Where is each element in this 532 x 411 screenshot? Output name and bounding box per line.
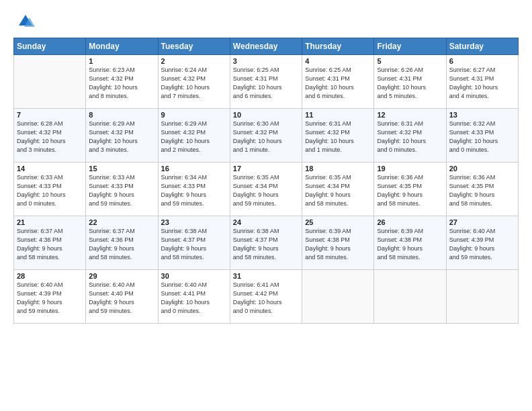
day-info: Sunrise: 6:31 AMSunset: 4:32 PMDaylight:…: [305, 120, 371, 154]
day-number: 3: [233, 57, 299, 65]
calendar-day-13: 13Sunrise: 6:32 AMSunset: 4:33 PMDayligh…: [446, 109, 518, 163]
page: SundayMondayTuesdayWednesdayThursdayFrid…: [0, 0, 532, 411]
calendar-day-25: 25Sunrise: 6:39 AMSunset: 4:38 PMDayligh…: [302, 216, 374, 270]
day-info: Sunrise: 6:38 AMSunset: 4:37 PMDaylight:…: [161, 227, 227, 262]
day-info: Sunrise: 6:35 AMSunset: 4:34 PMDaylight:…: [233, 173, 299, 208]
calendar-day-4: 4Sunrise: 6:25 AMSunset: 4:31 PMDaylight…: [302, 55, 374, 109]
calendar-week-row: 28Sunrise: 6:40 AMSunset: 4:39 PMDayligh…: [14, 270, 519, 324]
col-header-wednesday: Wednesday: [230, 38, 302, 55]
day-number: 28: [17, 272, 83, 280]
day-info: Sunrise: 6:36 AMSunset: 4:35 PMDaylight:…: [449, 173, 515, 208]
logo-icon: [16, 12, 35, 31]
day-number: 18: [305, 165, 371, 173]
col-header-thursday: Thursday: [302, 38, 374, 55]
calendar-week-row: 7Sunrise: 6:28 AMSunset: 4:32 PMDaylight…: [14, 109, 519, 163]
calendar-day-22: 22Sunrise: 6:37 AMSunset: 4:36 PMDayligh…: [86, 216, 158, 270]
calendar-day-31: 31Sunrise: 6:41 AMSunset: 4:42 PMDayligh…: [230, 270, 302, 324]
calendar-day-24: 24Sunrise: 6:38 AMSunset: 4:37 PMDayligh…: [230, 216, 302, 270]
day-number: 6: [449, 57, 515, 65]
calendar-day-6: 6Sunrise: 6:27 AMSunset: 4:31 PMDaylight…: [446, 55, 518, 109]
day-info: Sunrise: 6:40 AMSunset: 4:39 PMDaylight:…: [17, 281, 83, 316]
day-number: 14: [17, 165, 83, 173]
day-info: Sunrise: 6:29 AMSunset: 4:32 PMDaylight:…: [89, 120, 154, 154]
day-number: 11: [305, 111, 371, 119]
day-info: Sunrise: 6:32 AMSunset: 4:33 PMDaylight:…: [449, 120, 515, 154]
day-number: 27: [449, 218, 515, 226]
day-info: Sunrise: 6:41 AMSunset: 4:42 PMDaylight:…: [233, 281, 299, 316]
day-info: Sunrise: 6:34 AMSunset: 4:33 PMDaylight:…: [161, 173, 227, 208]
calendar-day-18: 18Sunrise: 6:35 AMSunset: 4:34 PMDayligh…: [302, 163, 374, 216]
day-info: Sunrise: 6:36 AMSunset: 4:35 PMDaylight:…: [377, 173, 443, 208]
day-number: 30: [161, 272, 227, 280]
calendar-day-8: 8Sunrise: 6:29 AMSunset: 4:32 PMDaylight…: [86, 109, 158, 163]
day-info: Sunrise: 6:33 AMSunset: 4:33 PMDaylight:…: [89, 173, 154, 208]
calendar-day-14: 14Sunrise: 6:33 AMSunset: 4:33 PMDayligh…: [14, 163, 86, 216]
header: [13, 12, 519, 31]
empty-cell: [302, 270, 374, 324]
calendar-day-30: 30Sunrise: 6:40 AMSunset: 4:41 PMDayligh…: [158, 270, 230, 324]
col-header-saturday: Saturday: [446, 38, 518, 55]
day-info: Sunrise: 6:24 AMSunset: 4:32 PMDaylight:…: [161, 66, 227, 101]
day-info: Sunrise: 6:40 AMSunset: 4:41 PMDaylight:…: [161, 281, 227, 316]
calendar-week-row: 14Sunrise: 6:33 AMSunset: 4:33 PMDayligh…: [14, 163, 519, 216]
calendar-day-20: 20Sunrise: 6:36 AMSunset: 4:35 PMDayligh…: [446, 163, 518, 216]
calendar-day-27: 27Sunrise: 6:40 AMSunset: 4:39 PMDayligh…: [446, 216, 518, 270]
calendar-day-23: 23Sunrise: 6:38 AMSunset: 4:37 PMDayligh…: [158, 216, 230, 270]
calendar-day-7: 7Sunrise: 6:28 AMSunset: 4:32 PMDaylight…: [14, 109, 86, 163]
calendar-day-5: 5Sunrise: 6:26 AMSunset: 4:31 PMDaylight…: [374, 55, 446, 109]
calendar-day-2: 2Sunrise: 6:24 AMSunset: 4:32 PMDaylight…: [158, 55, 230, 109]
empty-cell: [14, 55, 86, 109]
day-info: Sunrise: 6:26 AMSunset: 4:31 PMDaylight:…: [377, 66, 443, 101]
day-info: Sunrise: 6:38 AMSunset: 4:37 PMDaylight:…: [233, 227, 299, 262]
calendar-day-1: 1Sunrise: 6:23 AMSunset: 4:32 PMDaylight…: [86, 55, 158, 109]
day-number: 16: [161, 165, 227, 173]
calendar-day-16: 16Sunrise: 6:34 AMSunset: 4:33 PMDayligh…: [158, 163, 230, 216]
day-info: Sunrise: 6:28 AMSunset: 4:32 PMDaylight:…: [17, 120, 83, 154]
day-number: 31: [233, 272, 299, 280]
col-header-tuesday: Tuesday: [158, 38, 230, 55]
day-info: Sunrise: 6:39 AMSunset: 4:38 PMDaylight:…: [305, 227, 371, 262]
day-number: 25: [305, 218, 371, 226]
calendar-day-12: 12Sunrise: 6:31 AMSunset: 4:32 PMDayligh…: [374, 109, 446, 163]
calendar-day-26: 26Sunrise: 6:39 AMSunset: 4:38 PMDayligh…: [374, 216, 446, 270]
calendar-day-17: 17Sunrise: 6:35 AMSunset: 4:34 PMDayligh…: [230, 163, 302, 216]
day-number: 2: [161, 57, 227, 65]
day-info: Sunrise: 6:33 AMSunset: 4:33 PMDaylight:…: [17, 173, 83, 208]
day-number: 19: [377, 165, 443, 173]
day-number: 13: [449, 111, 515, 119]
day-number: 12: [377, 111, 443, 119]
day-info: Sunrise: 6:37 AMSunset: 4:36 PMDaylight:…: [89, 227, 154, 262]
day-info: Sunrise: 6:35 AMSunset: 4:34 PMDaylight:…: [305, 173, 371, 208]
col-header-friday: Friday: [374, 38, 446, 55]
day-number: 4: [305, 57, 371, 65]
calendar-day-28: 28Sunrise: 6:40 AMSunset: 4:39 PMDayligh…: [14, 270, 86, 324]
calendar-day-15: 15Sunrise: 6:33 AMSunset: 4:33 PMDayligh…: [86, 163, 158, 216]
col-header-monday: Monday: [86, 38, 158, 55]
day-info: Sunrise: 6:37 AMSunset: 4:36 PMDaylight:…: [17, 227, 83, 262]
day-number: 21: [17, 218, 83, 226]
logo: [13, 12, 35, 31]
day-info: Sunrise: 6:40 AMSunset: 4:39 PMDaylight:…: [449, 227, 515, 262]
calendar-day-29: 29Sunrise: 6:40 AMSunset: 4:40 PMDayligh…: [86, 270, 158, 324]
day-number: 7: [17, 111, 83, 119]
day-info: Sunrise: 6:40 AMSunset: 4:40 PMDaylight:…: [89, 281, 154, 316]
calendar-day-11: 11Sunrise: 6:31 AMSunset: 4:32 PMDayligh…: [302, 109, 374, 163]
day-info: Sunrise: 6:23 AMSunset: 4:32 PMDaylight:…: [89, 66, 154, 101]
day-info: Sunrise: 6:39 AMSunset: 4:38 PMDaylight:…: [377, 227, 443, 262]
day-number: 5: [377, 57, 443, 65]
col-header-sunday: Sunday: [14, 38, 86, 55]
day-number: 9: [161, 111, 227, 119]
day-number: 15: [89, 165, 154, 173]
empty-cell: [446, 270, 518, 324]
day-number: 29: [89, 272, 154, 280]
day-number: 10: [233, 111, 299, 119]
calendar-day-3: 3Sunrise: 6:25 AMSunset: 4:31 PMDaylight…: [230, 55, 302, 109]
calendar-day-9: 9Sunrise: 6:29 AMSunset: 4:32 PMDaylight…: [158, 109, 230, 163]
day-info: Sunrise: 6:25 AMSunset: 4:31 PMDaylight:…: [233, 66, 299, 101]
calendar-day-10: 10Sunrise: 6:30 AMSunset: 4:32 PMDayligh…: [230, 109, 302, 163]
day-number: 23: [161, 218, 227, 226]
day-number: 24: [233, 218, 299, 226]
calendar-week-row: 21Sunrise: 6:37 AMSunset: 4:36 PMDayligh…: [14, 216, 519, 270]
day-number: 8: [89, 111, 154, 119]
calendar-header-row: SundayMondayTuesdayWednesdayThursdayFrid…: [14, 38, 519, 55]
